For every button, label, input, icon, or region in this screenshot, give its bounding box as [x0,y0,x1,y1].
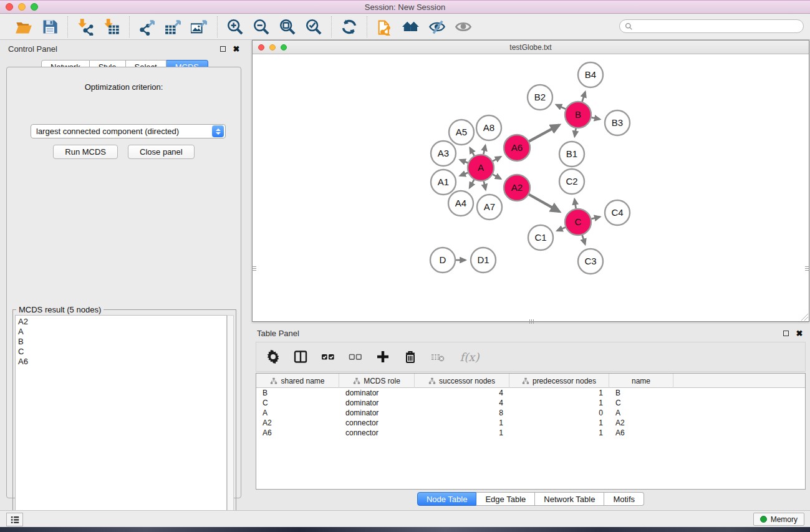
zoom-fit-button[interactable] [277,17,297,37]
add-column-button[interactable] [375,349,391,365]
new-network-from-selection-button[interactable] [375,17,395,37]
edge-A-A1[interactable] [460,173,468,176]
zoom-in-button[interactable] [225,17,245,37]
table-cell[interactable]: connector [339,418,415,428]
export-network-button[interactable] [137,17,157,37]
edge-A-A6[interactable] [493,157,501,161]
first-neighbors-button[interactable] [401,17,421,37]
table-cell[interactable]: B [256,388,339,398]
edge-A6-B[interactable] [529,125,559,141]
network-zoom-button[interactable] [281,44,287,51]
function-builder-button[interactable]: f(x) [457,349,482,365]
edge-B-B2[interactable] [556,105,566,109]
open-session-button[interactable] [14,17,34,37]
result-list-item[interactable]: B [18,337,224,347]
table-cell[interactable]: 1 [415,428,509,438]
zoom-window-button[interactable] [31,3,38,11]
task-history-button[interactable] [6,513,23,526]
graph-node-A8[interactable]: A8 [476,115,501,140]
table-cell[interactable]: 4 [415,398,509,408]
graph-node-C1[interactable]: C1 [528,225,553,250]
table-row[interactable]: Cdominator41C [256,398,805,408]
table-row[interactable]: Bdominator41B [256,388,805,398]
column-header-predecessor-nodes[interactable]: predecessor nodes [509,374,609,388]
optimization-criterion-select[interactable]: largest connected component (directed) [31,124,226,138]
tab-motifs[interactable]: Motifs [604,492,644,506]
graph-node-B1[interactable]: B1 [559,142,584,167]
import-network-button[interactable] [75,17,95,37]
edge-A-A8[interactable] [483,145,485,154]
tab-network-table[interactable]: Network Table [535,492,604,506]
network-close-button[interactable] [258,44,264,51]
table-cell[interactable]: A2 [609,418,673,428]
result-list-item[interactable]: A6 [18,357,224,367]
memory-button[interactable]: Memory [753,513,804,526]
result-list-scrollbar[interactable] [227,315,234,522]
table-cell[interactable]: C [609,398,673,408]
table-cell[interactable]: A [609,408,673,418]
graph-node-B2[interactable]: B2 [528,85,552,110]
table-cell[interactable]: A6 [256,428,339,438]
network-minimize-button[interactable] [269,44,276,51]
table-cell[interactable]: A [256,408,339,418]
table-cell[interactable]: 1 [509,428,609,438]
tab-edge-table[interactable]: Edge Table [476,492,535,506]
table-cell[interactable]: 1 [509,418,609,428]
delete-table-button[interactable] [430,349,446,365]
resize-corner-handle[interactable] [801,313,808,321]
result-list-item[interactable]: C [18,347,224,357]
result-list-item[interactable]: A2 [18,317,224,327]
bottom-resize-grip[interactable] [527,319,536,324]
graph-node-C2[interactable]: C2 [559,169,584,194]
import-table-button[interactable] [102,17,122,37]
search-box[interactable] [619,19,804,33]
graph-node-C[interactable]: C [565,209,591,235]
graph-node-A3[interactable]: A3 [431,141,456,166]
edge-A-A7[interactable] [484,181,486,190]
minimize-window-button[interactable] [18,3,26,11]
graph-node-D[interactable]: D [430,248,455,273]
close-panel-icon[interactable]: ✖ [231,44,241,54]
columns-button[interactable] [292,349,309,365]
refresh-button[interactable] [339,17,359,37]
float-panel-icon[interactable] [218,44,228,54]
export-image-button[interactable] [190,17,210,37]
select-all-button[interactable] [320,349,336,365]
table-close-panel-icon[interactable]: ✖ [794,328,804,338]
network-canvas[interactable]: B4B2BB3A8A5A6A3B1AC2A1A2A4A7C4CC1C3DD1 [253,54,809,321]
deselect-all-button[interactable] [347,349,364,365]
table-cell[interactable]: dominator [339,398,415,408]
table-cell[interactable]: A2 [256,418,339,428]
edge-C-C3[interactable] [582,235,586,244]
graph-node-A2[interactable]: A2 [504,175,530,201]
graph-node-C4[interactable]: C4 [605,200,630,225]
table-row[interactable]: A6connector11A6 [256,428,805,438]
table-cell[interactable]: dominator [339,408,415,418]
result-list-item[interactable]: A [18,327,224,337]
table-row[interactable]: A2connector11A2 [256,418,805,428]
left-resize-grip[interactable] [252,264,256,273]
table-float-panel-icon[interactable] [781,328,791,338]
save-session-button[interactable] [40,17,60,37]
graph-node-A6[interactable]: A6 [504,135,530,161]
zoom-out-button[interactable] [251,17,271,37]
graph-node-C3[interactable]: C3 [578,249,603,274]
table-cell[interactable]: 0 [509,408,609,418]
table-row[interactable]: Adominator80A [256,408,805,418]
column-header-shared-name[interactable]: shared name [256,374,339,388]
edge-C-C4[interactable] [591,217,600,219]
close-window-button[interactable] [6,3,13,11]
table-cell[interactable]: C [256,398,339,408]
edge-B-B4[interactable] [582,92,586,102]
table-cell[interactable]: 1 [415,418,509,428]
delete-column-button[interactable] [402,349,418,365]
zoom-selected-button[interactable] [304,17,324,37]
edge-A-A4[interactable] [470,180,474,188]
edge-B-B1[interactable] [574,128,576,137]
edge-A2-C[interactable] [529,195,559,211]
show-all-button[interactable] [453,17,473,37]
edge-C-C1[interactable] [557,227,565,231]
table-cell[interactable]: dominator [339,388,415,398]
graph-node-D1[interactable]: D1 [471,248,496,273]
gear-button[interactable] [265,349,281,365]
